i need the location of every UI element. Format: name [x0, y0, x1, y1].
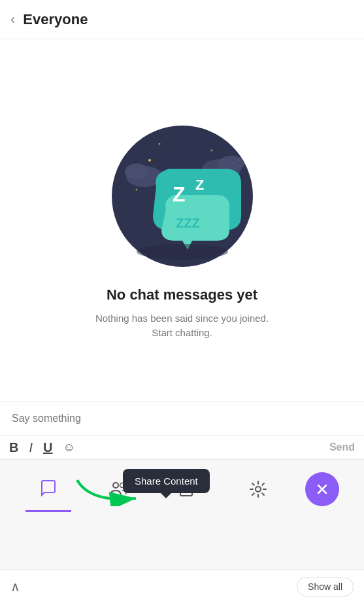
emoji-button[interactable]: ☺ [63, 441, 74, 453]
settings-icon [248, 479, 269, 500]
close-button[interactable] [305, 472, 339, 506]
main-content: Z Z ZZZ No chat messages yet Nothing has… [0, 39, 364, 425]
bottom-strip: ∧ Show all [0, 569, 364, 603]
message-input[interactable] [0, 402, 364, 435]
svg-text:ZZZ: ZZZ [176, 216, 200, 230]
empty-state-illustration: Z Z ZZZ [110, 124, 254, 268]
svg-point-1 [148, 159, 151, 162]
chat-icon [38, 478, 59, 499]
send-button[interactable]: Send [329, 441, 355, 453]
show-all-button[interactable]: Show all [297, 577, 354, 596]
close-icon [314, 481, 330, 497]
svg-point-4 [158, 143, 160, 145]
svg-point-6 [135, 188, 137, 190]
svg-point-15 [137, 244, 228, 260]
header: ‹ Everyone [0, 0, 364, 39]
underline-button[interactable]: U [43, 441, 52, 454]
settings-tab[interactable] [235, 466, 281, 512]
input-area: B I U ☺ Send [0, 402, 364, 459]
chat-tab[interactable] [25, 466, 71, 512]
back-button[interactable]: ‹ [10, 12, 15, 27]
svg-point-20 [256, 487, 261, 492]
svg-text:Z: Z [173, 182, 186, 206]
empty-state-title: No chat messages yet [107, 286, 257, 303]
page-title: Everyone [23, 11, 88, 28]
formatting-bar: B I U ☺ Send [0, 435, 364, 459]
arrow-indicator [71, 474, 149, 506]
italic-button[interactable]: I [29, 441, 33, 454]
svg-text:Z: Z [195, 177, 204, 193]
empty-state-subtitle: Nothing has been said since you joined.S… [95, 311, 269, 341]
chevron-up-icon[interactable]: ∧ [10, 579, 20, 594]
svg-point-3 [210, 149, 212, 151]
bold-button[interactable]: B [9, 441, 18, 454]
svg-point-9 [125, 164, 148, 179]
